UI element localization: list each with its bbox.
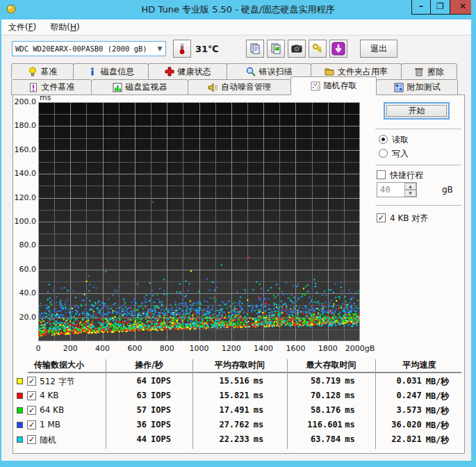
series-label: 64 KB: [40, 405, 64, 415]
drive-select-value: WDC WD20EARX-00PASB0 (2000 gB): [13, 44, 154, 53]
window-title: HD Tune 专业版 5.50 - 硬盘/固态硬盘实用程序: [0, 3, 476, 16]
short-stroke-label: 快捷行程: [390, 170, 423, 181]
folder-icon: [325, 67, 334, 76]
tab-benchmark[interactable]: 基准: [11, 63, 74, 79]
align-label: 4 KB 对齐: [390, 213, 428, 224]
info-icon: [88, 67, 97, 76]
thermometer-icon: [176, 42, 188, 55]
short-stroke-checkbox[interactable]: [377, 170, 386, 179]
capacity-spinner[interactable]: 40 ▲ ▼: [377, 182, 417, 197]
y-axis-tick: 140.0: [7, 169, 36, 178]
scatter-icon: [311, 81, 320, 91]
title-bar: HD Tune 专业版 5.50 - 硬盘/固态硬盘实用程序 – ❐ ✕: [0, 0, 476, 19]
series-color-swatch: [17, 378, 23, 384]
tab-row-1: 基准 磁盘信息 健康状态 错误扫描 文件夹占用率: [11, 63, 457, 79]
copy-image-button[interactable]: [267, 40, 285, 58]
separator: [375, 165, 461, 165]
header-underline: [28, 372, 461, 373]
toolbar: WDC WD20EARX-00PASB0 (2000 gB) ▼ 31℃: [1, 36, 471, 63]
app-window: HD Tune 专业版 5.50 - 硬盘/固态硬盘实用程序 – ❐ ✕ 文件(…: [0, 0, 476, 467]
trash-icon: [414, 67, 424, 76]
menu-help[interactable]: 帮助(H): [43, 22, 86, 33]
series-checkbox[interactable]: ✓: [27, 391, 36, 400]
tab-erase[interactable]: 擦除: [401, 63, 457, 79]
tab-file-benchmark[interactable]: 文件基准: [11, 79, 92, 95]
tab-disk-info[interactable]: 磁盘信息: [73, 63, 149, 79]
copy-text-icon: [249, 42, 261, 55]
series-checkbox[interactable]: ✓: [27, 406, 36, 415]
y-axis-tick: 100.0: [7, 217, 36, 226]
registration-button[interactable]: [309, 40, 327, 58]
read-radio[interactable]: [379, 135, 388, 144]
tab-health[interactable]: 健康状态: [148, 63, 227, 79]
y-axis-unit: ms: [40, 93, 51, 102]
drive-select[interactable]: WDC WD20EARX-00PASB0 (2000 gB) ▼: [12, 41, 166, 56]
speaker-icon: [208, 83, 218, 92]
extra-tests-icon: [394, 83, 404, 92]
copy-image-icon: [270, 42, 282, 55]
capacity-value: 40: [377, 183, 404, 197]
read-label: 读取: [392, 134, 409, 146]
bar-chart-icon: [113, 83, 122, 92]
menu-bar: 文件(F) 帮助(H): [1, 19, 471, 35]
tab-disk-monitor[interactable]: 磁盘监视器: [91, 79, 188, 95]
file-benchmark-icon: [28, 83, 38, 92]
series-checkbox[interactable]: ✓: [27, 420, 36, 429]
health-cross-icon: [165, 67, 174, 76]
magnifier-icon: [246, 67, 256, 76]
menu-file[interactable]: 文件(F): [1, 22, 43, 33]
screenshot-button[interactable]: [288, 40, 306, 58]
maximize-button[interactable]: ❐: [431, 0, 450, 15]
align-checkbox[interactable]: ✓: [377, 213, 386, 222]
separator: [375, 205, 461, 206]
copy-text-button[interactable]: [246, 40, 264, 58]
temperature-button[interactable]: [173, 40, 191, 58]
update-button[interactable]: [329, 40, 347, 58]
minimize-button[interactable]: –: [411, 0, 431, 15]
capacity-unit: gB: [442, 185, 453, 195]
keys-icon: [311, 42, 324, 55]
spinner-up-icon[interactable]: ▲: [404, 183, 416, 190]
series-color-swatch: [17, 436, 23, 443]
exit-button[interactable]: 退出: [360, 40, 397, 58]
camera-icon: [290, 42, 303, 55]
table-row: ✓ 随机 44IOPS 22.233ms 63.784ms 22.821MB/秒: [13, 433, 463, 447]
y-axis-tick: 40.0: [7, 288, 36, 297]
y-axis-tick: 160.0: [7, 145, 36, 154]
y-axis-tick: 20.0: [7, 313, 36, 322]
col-max-access: 最大存取时间: [287, 359, 375, 370]
scatter-chart: [38, 102, 360, 341]
tab-extra-tests[interactable]: 附加测试: [376, 79, 458, 95]
series-color-swatch: [17, 393, 23, 399]
table-row: ✓ 1 MB 36IOPS 27.762ms 116.601ms 36.020M…: [13, 418, 463, 432]
series-checkbox[interactable]: ✓: [27, 377, 36, 386]
series-label: 512 字节: [40, 376, 75, 388]
series-label: 4 KB: [40, 391, 59, 400]
col-avg-access: 平均存取时间: [192, 359, 287, 370]
tab-aam[interactable]: 自动噪音管理: [188, 79, 291, 95]
col-transfer-size: 传输数据大小: [13, 359, 106, 370]
table-header: 传输数据大小 操作/秒 平均存取时间 最大存取时间 平均速度: [13, 359, 463, 371]
y-axis-tick: 60.0: [7, 265, 36, 274]
tab-random-access[interactable]: 随机存取: [290, 76, 377, 95]
col-iops: 操作/秒: [106, 359, 192, 370]
start-button[interactable]: 开始: [384, 102, 450, 120]
table-row: ✓ 512 字节 64IOPS 15.516ms 58.719ms 0.031M…: [13, 375, 463, 388]
spinner-down-icon[interactable]: ▼: [404, 190, 416, 197]
series-checkbox[interactable]: ✓: [27, 435, 36, 444]
col-avg-speed: 平均速度: [375, 359, 463, 370]
write-label: 写入: [392, 148, 409, 160]
separator: [375, 129, 461, 129]
write-radio[interactable]: [379, 149, 388, 158]
table-row: ✓ 64 KB 57IOPS 17.491ms 58.176ms 3.573MB…: [13, 404, 463, 418]
series-label: 随机: [40, 434, 56, 446]
x-axis-tick: 2000gB: [340, 344, 379, 353]
y-axis-tick: 180.0: [7, 121, 36, 130]
table-row: ✓ 4 KB 63IOPS 15.821ms 70.128ms 0.247MB/…: [13, 389, 463, 403]
series-label: 1 MB: [40, 420, 60, 429]
close-button[interactable]: ✕: [450, 0, 476, 15]
benchmark-icon: [28, 67, 38, 76]
y-axis-tick: 200.0: [7, 97, 36, 106]
app-icon: [6, 3, 17, 15]
series-color-swatch: [17, 422, 23, 428]
